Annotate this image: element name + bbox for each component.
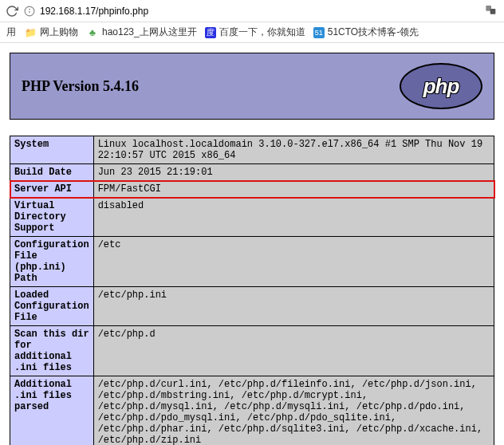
row-value: /etc (93, 237, 494, 287)
svg-point-2 (30, 9, 30, 10)
svg-rect-4 (490, 9, 496, 14)
bookmark-label: 百度一下，你就知道 (219, 26, 305, 39)
page-content: PHP Version 5.4.16 php System Linux loca… (0, 43, 504, 445)
translate-icon (485, 4, 498, 17)
bookmarks-bar: 用 📁 网上购物 ♣ hao123_上网从这里开 度 百度一下，你就知道 51 … (0, 22, 504, 43)
row-label: Configuration File (php.ini) Path (10, 237, 94, 287)
hao123-icon: ♣ (86, 26, 99, 39)
bookmark-hao123[interactable]: ♣ hao123_上网从这里开 (86, 26, 197, 39)
php-logo: php (400, 63, 482, 109)
table-row: Virtual Directory Support disabled (10, 198, 494, 237)
row-label: Additional .ini files parsed (10, 376, 94, 446)
phpinfo-header: PHP Version 5.4.16 php (10, 53, 494, 120)
table-row-highlighted: Server API FPM/FastCGI (10, 181, 494, 198)
folder-icon: 📁 (24, 26, 37, 39)
translate-button[interactable] (485, 4, 499, 18)
row-label: Server API (10, 181, 94, 198)
row-value: Jun 23 2015 21:19:01 (93, 164, 494, 181)
info-icon (24, 6, 35, 17)
bookmark-label: hao123_上网从这里开 (102, 26, 197, 39)
row-label: Build Date (10, 164, 94, 181)
table-row: Scan this dir for additional .ini files … (10, 326, 494, 376)
table-row: Configuration File (php.ini) Path /etc (10, 237, 494, 287)
row-value: /etc/php.d (93, 326, 494, 376)
bookmark-shopping[interactable]: 📁 网上购物 (24, 26, 78, 39)
phpinfo-table: System Linux localhost.localdomain 3.10.… (10, 136, 494, 445)
table-row: Loaded Configuration File /etc/php.ini (10, 287, 494, 326)
table-row: System Linux localhost.localdomain 3.10.… (10, 136, 494, 164)
bookmark-label: 网上购物 (40, 26, 78, 39)
row-label: System (10, 136, 94, 164)
table-row: Additional .ini files parsed /etc/php.d/… (10, 376, 494, 446)
url-text: 192.168.1.17/phpinfo.php (40, 6, 148, 17)
row-label: Virtual Directory Support (10, 198, 94, 237)
row-value: /etc/php.ini (93, 287, 494, 326)
url-bar[interactable]: 192.168.1.17/phpinfo.php (24, 6, 480, 17)
browser-toolbar: 192.168.1.17/phpinfo.php (0, 0, 504, 22)
bookmark-apps[interactable]: 用 (6, 26, 16, 39)
cto-icon: 51 (313, 27, 325, 38)
baidu-icon: 度 (205, 27, 216, 38)
page-title: PHP Version 5.4.16 (22, 78, 139, 95)
table-row: Build Date Jun 23 2015 21:19:01 (10, 164, 494, 181)
row-value: Linux localhost.localdomain 3.10.0-327.e… (93, 136, 494, 164)
row-value: FPM/FastCGI (93, 181, 494, 198)
reload-icon (6, 5, 18, 18)
row-value: disabled (93, 198, 494, 237)
row-value: /etc/php.d/curl.ini, /etc/php.d/fileinfo… (93, 376, 494, 446)
row-label: Loaded Configuration File (10, 287, 94, 326)
bookmark-label: 51CTO技术博客-领先 (328, 26, 419, 39)
bookmark-51cto[interactable]: 51 51CTO技术博客-领先 (313, 26, 419, 39)
row-label: Scan this dir for additional .ini files (10, 326, 94, 376)
bookmark-baidu[interactable]: 度 百度一下，你就知道 (205, 26, 305, 39)
php-logo-text: php (423, 74, 459, 99)
reload-button[interactable] (5, 4, 19, 18)
